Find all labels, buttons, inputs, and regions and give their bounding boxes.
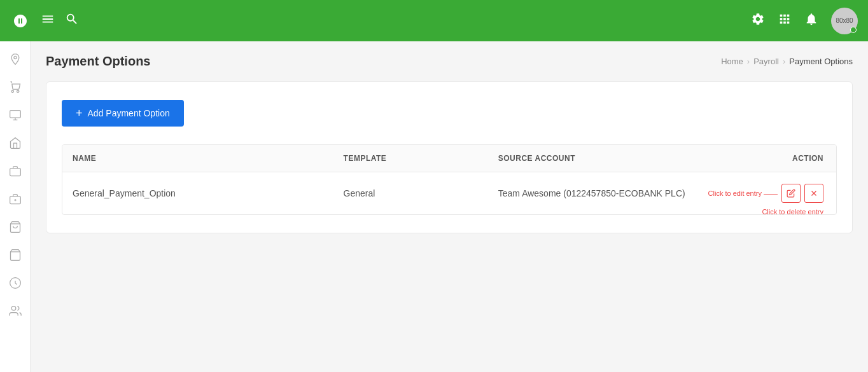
sidebar-item-3[interactable] [4, 104, 27, 127]
arrow-right-icon: —— [764, 189, 778, 197]
edit-button[interactable] [781, 184, 801, 203]
col-header-action: ACTION [759, 145, 836, 172]
content-area: Payment Options Home › Payroll › Payment… [31, 41, 868, 372]
col-header-source: SOURCE ACCOUNT [488, 145, 759, 172]
breadcrumb: Home › Payroll › Payment Options [721, 57, 853, 66]
apps-icon[interactable] [778, 12, 792, 29]
breadcrumb-sep-2: › [783, 57, 785, 66]
table: NAME TEMPLATE SOURCE ACCOUNT ACTION Gene… [62, 145, 836, 214]
sidebar-item-7[interactable] [4, 216, 27, 238]
search-icon[interactable] [65, 12, 79, 29]
sidebar-item-6[interactable] [4, 188, 27, 210]
avatar[interactable]: 80x80 [831, 8, 858, 34]
navbar-right: 80x80 [751, 8, 858, 34]
sidebar-item-8[interactable] [4, 244, 27, 266]
breadcrumb-payroll[interactable]: Payroll [753, 57, 779, 66]
main-layout: Payment Options Home › Payroll › Payment… [0, 41, 868, 372]
cell-action: Click to edit entry —— [759, 172, 836, 215]
payment-options-table: NAME TEMPLATE SOURCE ACCOUNT ACTION Gene… [62, 144, 837, 215]
action-buttons: Click to edit entry —— [769, 184, 823, 203]
breadcrumb-sep-1: › [747, 57, 750, 66]
sidebar-item-9[interactable] [4, 272, 27, 294]
sidebar-item-10[interactable] [4, 300, 27, 322]
sidebar-item-4[interactable] [4, 132, 27, 155]
svg-rect-0 [10, 111, 20, 118]
page-header: Payment Options Home › Payroll › Payment… [46, 54, 853, 69]
plus-icon: + [76, 107, 83, 119]
notifications-icon[interactable] [804, 12, 818, 29]
navbar: 80x80 [0, 0, 868, 41]
col-header-name: NAME [62, 145, 333, 172]
table-row: General_Payment_Option General Team Awes… [62, 172, 836, 215]
avatar-label: 80x80 [836, 17, 853, 24]
sidebar-item-1[interactable] [4, 48, 27, 71]
app-logo[interactable] [10, 11, 31, 31]
cell-name: General_Payment_Option [62, 172, 333, 215]
sidebar-item-5[interactable] [4, 160, 27, 183]
delete-tooltip: Click to delete entry [762, 208, 823, 215]
sidebar-item-2[interactable] [4, 76, 27, 99]
svg-point-8 [11, 307, 16, 311]
table-body: General_Payment_Option General Team Awes… [62, 172, 836, 215]
main-card: + Add Payment Option NAME TEMPLATE SOURC… [46, 81, 853, 233]
add-payment-option-label: Add Payment Option [88, 108, 170, 118]
menu-icon[interactable] [41, 12, 55, 29]
table-header: NAME TEMPLATE SOURCE ACCOUNT ACTION [62, 145, 836, 172]
sidebar [0, 41, 31, 372]
cell-template: General [333, 172, 488, 215]
settings-icon[interactable] [751, 12, 765, 29]
navbar-left [10, 11, 79, 31]
table-header-row: NAME TEMPLATE SOURCE ACCOUNT ACTION [62, 145, 836, 172]
breadcrumb-current: Payment Options [789, 57, 853, 66]
edit-tooltip: Click to edit entry —— [708, 189, 778, 197]
page-title: Payment Options [46, 54, 150, 69]
col-header-template: TEMPLATE [333, 145, 488, 172]
delete-button[interactable] [804, 184, 823, 203]
avatar-status-dot [850, 27, 857, 33]
svg-rect-1 [10, 169, 20, 176]
add-payment-option-button[interactable]: + Add Payment Option [62, 100, 184, 127]
breadcrumb-home[interactable]: Home [721, 57, 743, 66]
